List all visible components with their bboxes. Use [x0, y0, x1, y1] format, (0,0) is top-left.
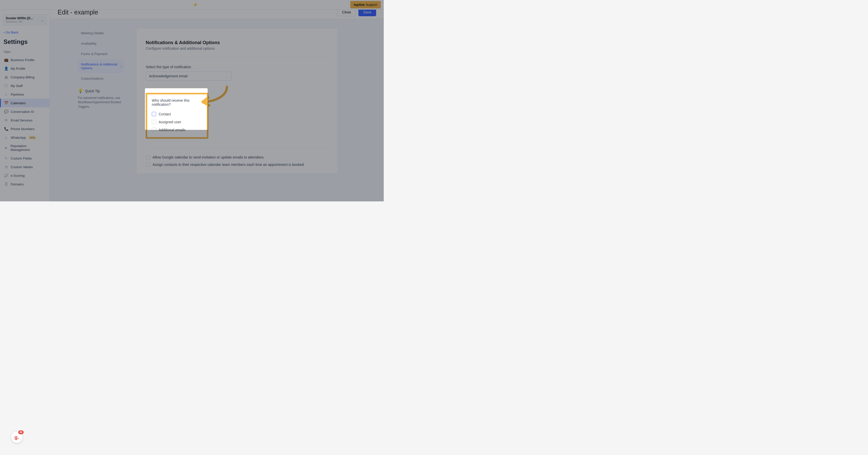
sidebar-item-pipelines[interactable]: ⎌Pipelines — [0, 90, 50, 99]
step-customizations[interactable]: Customizations — [78, 73, 124, 84]
sidebar-item-my-profile[interactable]: 👤My Profile — [0, 64, 50, 73]
panel-divider — [146, 148, 329, 148]
nav-icon: ★ — [4, 146, 8, 150]
step-forms-payment[interactable]: Forms & Payment — [78, 49, 124, 59]
nav-label: Reputation Management — [11, 144, 46, 152]
topbar-center: · ⚡ — [186, 2, 198, 7]
checkbox-row-assigned: Assigned user — [152, 118, 202, 126]
step-availability[interactable]: Availability — [78, 38, 124, 48]
nav-group-label: Apps — [0, 50, 50, 56]
lightbulb-icon: 💡 — [78, 89, 83, 93]
close-button[interactable]: Close — [337, 10, 356, 16]
nav-icon: 💬 — [4, 109, 8, 113]
option-row-google-invite: Allow Google calendar to send invitation… — [146, 154, 329, 161]
recipients-highlight: Who should receive this notification? Co… — [146, 93, 208, 139]
top-bar: · ⚡ topline Support — [0, 0, 384, 10]
quick-tip-body: For advanced notifications, use Workflow… — [78, 96, 124, 109]
nav-label: Phone Numbers — [11, 127, 34, 131]
checkbox-assigned-label: Assigned user — [159, 120, 181, 124]
sidebar-item-phone-numbers[interactable]: 📞Phone Numbers — [0, 125, 50, 133]
nav-label: Custom Fields — [11, 157, 32, 160]
sidebar-item-conversation-ai[interactable]: 💬Conversation AI — [0, 107, 50, 116]
nav-icon: 📞 — [4, 127, 8, 131]
nav-label: Custom Values — [11, 165, 33, 169]
nav-icon: 🖵 — [4, 84, 8, 88]
sidebar-item-e-scoring[interactable]: 📈e Scoring — [0, 171, 50, 180]
notification-type-select[interactable]: Acknowledgement email ⌄ — [146, 71, 231, 80]
go-back-label: Go Back — [6, 30, 18, 34]
go-back-link[interactable]: ‹ Go Back — [0, 29, 50, 38]
nav-label: Conversation AI — [11, 110, 34, 113]
nav-label: e Scoring — [11, 174, 25, 177]
nav-label: Email Services — [11, 119, 32, 122]
checkbox-assign-contacts[interactable] — [146, 163, 150, 167]
nav-label: WhatsApp — [11, 136, 26, 139]
settings-heading: Settings — [0, 38, 50, 50]
sidebar-item-whatsapp[interactable]: ☺WhatsAppbeta — [0, 133, 50, 142]
content-row: Meeting DetailsAvailabilityForms & Payme… — [50, 19, 384, 201]
beta-badge: beta — [28, 136, 36, 139]
recipients-question: Who should receive this notification? — [152, 98, 202, 106]
page-title: Edit - example — [58, 10, 98, 16]
option-google-label: Allow Google calendar to send invitation… — [153, 155, 265, 160]
chevron-left-icon: ‹ — [4, 30, 5, 34]
panel-heading: Notifications & Additional Options — [146, 40, 329, 45]
checkbox-row-contact: Contact — [152, 110, 202, 118]
sidebar-item-custom-fields[interactable]: ✎Custom Fields — [0, 154, 50, 163]
support-button[interactable]: topline Support — [350, 1, 381, 8]
nav-icon: 🗄 — [4, 182, 8, 186]
select-label: Select the type of notification — [146, 65, 329, 69]
nav-icon: ☺ — [4, 135, 8, 139]
nav-label: Company Billing — [11, 75, 34, 79]
save-button[interactable]: Save — [359, 10, 376, 16]
location-name: Dunder Mifflin [D... — [6, 17, 44, 20]
sidebar-item-reputation-management[interactable]: ★Reputation Management — [0, 142, 50, 154]
checkbox-assigned-user[interactable] — [152, 120, 156, 124]
nav-icon: 💼 — [4, 58, 8, 62]
sidebar-item-email-services[interactable]: ✉Email Services — [0, 116, 50, 125]
bolt-icon: ⚡ — [193, 2, 198, 7]
sidebar-item-my-staff[interactable]: 🖵My Staff — [0, 82, 50, 90]
location-sub: Scranton, PA — [6, 20, 44, 23]
page-header: Edit - example Close Save — [50, 10, 384, 19]
settings-panel: Notifications & Additional Options Confi… — [136, 28, 338, 174]
option-row-assign-contacts: Assign contacts to their respective cale… — [146, 161, 329, 168]
sidebar-item-domains[interactable]: 🗄Domains — [0, 180, 50, 189]
option-assign-label: Assign contacts to their respective cale… — [153, 163, 304, 167]
nav-label: My Profile — [11, 67, 25, 70]
chevron-down-icon: ⌄ — [41, 18, 44, 22]
checkbox-contact-label: Contact — [159, 112, 171, 116]
chevron-down-icon: ⌄ — [226, 74, 228, 78]
checkbox-google-invite[interactable] — [146, 155, 150, 160]
main-area: Edit - example Close Save Meeting Detail… — [50, 10, 384, 201]
nav-icon: 📈 — [4, 173, 8, 177]
nav-label: Domains — [11, 182, 24, 186]
quick-tip-heading: 💡 Quick Tip — [78, 89, 124, 93]
select-value: Acknowledgement email — [149, 74, 188, 78]
sidebar-item-custom-values[interactable]: ◔Custom Values — [0, 163, 50, 171]
nav-icon: 📅 — [4, 101, 8, 105]
steps-column: Meeting DetailsAvailabilityForms & Payme… — [78, 28, 124, 201]
sidebar: Dunder Mifflin [D... Scranton, PA ⌄ ‹ Go… — [0, 10, 50, 201]
app-body: Dunder Mifflin [D... Scranton, PA ⌄ ‹ Go… — [0, 10, 384, 201]
checkbox-contact[interactable] — [152, 112, 156, 116]
support-brand: topline — [354, 3, 365, 7]
checkbox-additional-emails[interactable] — [152, 128, 156, 132]
checkbox-row-additional: Additional emails — [152, 126, 202, 134]
step-meeting-details[interactable]: Meeting Details — [78, 28, 124, 38]
sidebar-item-business-profile[interactable]: 💼Business Profile — [0, 56, 50, 64]
nav-icon: ⎌ — [4, 92, 8, 96]
quick-tip-title: Quick Tip — [85, 89, 100, 93]
nav-icon: ◔ — [4, 165, 8, 169]
nav-label: Pipelines — [11, 93, 24, 96]
topbar-stat-1: · — [186, 3, 187, 7]
step-notifications-additional-options[interactable]: Notifications & Additional Options — [78, 59, 124, 73]
location-selector[interactable]: Dunder Mifflin [D... Scranton, PA ⌄ — [3, 14, 47, 25]
nav-label: Calendars — [11, 101, 26, 105]
checkbox-additional-label: Additional emails — [159, 128, 186, 132]
sidebar-item-company-billing[interactable]: ▦Company Billing — [0, 73, 50, 82]
nav-icon: ✉ — [4, 118, 8, 122]
support-label: Support — [366, 3, 377, 7]
nav-icon: 👤 — [4, 66, 8, 70]
sidebar-item-calendars[interactable]: 📅Calendars — [0, 99, 50, 107]
